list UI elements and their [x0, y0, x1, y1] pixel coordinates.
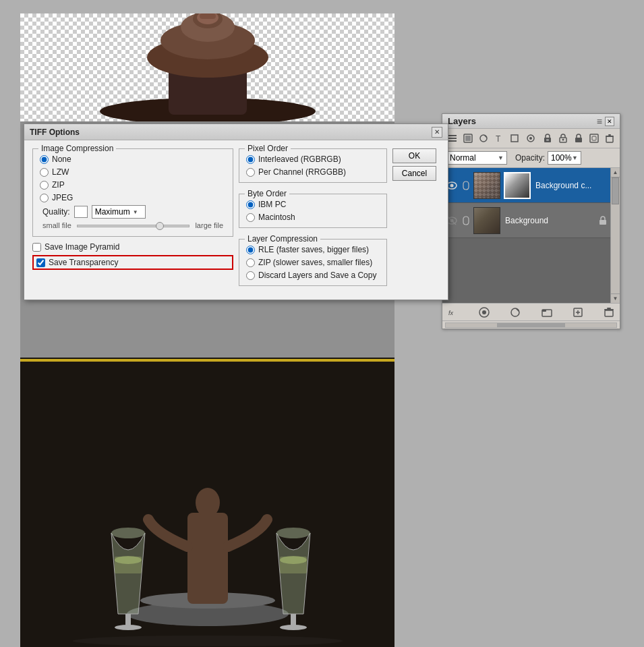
dialog-right-column: Pixel Order Interleaved (RGBRGB) Per Cha… [239, 148, 387, 291]
svg-text:T: T [496, 134, 501, 144]
dialog-title: TIFF Options [30, 128, 80, 137]
zip-compression-option[interactable]: ZIP (slower saves, smaller files) [246, 258, 380, 267]
pixel-filter-button[interactable] [461, 131, 475, 146]
blend-mode-dropdown[interactable]: Normal ▼ [446, 151, 507, 165]
layer-row-background-copy[interactable]: Background c... [442, 168, 610, 203]
save-image-pyramid-label: Save Image Pyramid [45, 242, 119, 252]
opacity-text-label: Opacity: [515, 153, 545, 163]
quality-slider[interactable] [77, 223, 190, 227]
rle-option[interactable]: RLE (faster saves, bigger files) [246, 245, 380, 254]
svg-point-53 [482, 310, 486, 314]
discard-layers-option[interactable]: Discard Layers and Save a Copy [246, 271, 380, 280]
opacity-input[interactable]: 100% ▼ [548, 151, 581, 165]
blend-opacity-row: Normal ▼ Opacity: 100% ▼ [442, 148, 620, 168]
quality-row: Quality: Maximum ▼ [40, 205, 226, 219]
interleaved-option[interactable]: Interleaved (RGBRGB) [246, 154, 380, 164]
svg-point-34 [529, 137, 532, 140]
macintosh-option[interactable]: Macintosh [246, 213, 380, 222]
svg-rect-60 [605, 310, 613, 316]
svg-point-21 [280, 625, 307, 630]
compression-lzw-option[interactable]: LZW [40, 167, 226, 177]
lock-pixel-button[interactable] [540, 131, 554, 146]
svg-rect-43 [606, 136, 614, 137]
scroll-up-arrow[interactable]: ▲ [611, 168, 620, 177]
zip-compression-radio[interactable] [246, 258, 255, 267]
compression-jpeg-label: JPEG [52, 193, 73, 202]
type-filter-button[interactable]: T [492, 131, 506, 146]
tiff-options-dialog: TIFF Options ✕ Image Compression None LZ… [24, 123, 448, 300]
layers-panel-titlebar: Layers ≡ ✕ [442, 114, 620, 129]
svg-point-14 [111, 528, 145, 538]
lock-position-button[interactable] [556, 131, 570, 146]
compression-jpeg-radio[interactable] [40, 194, 49, 202]
add-group-button[interactable] [540, 306, 554, 319]
svg-rect-39 [575, 138, 582, 142]
add-fx-button[interactable]: fx [446, 306, 460, 319]
compression-none-option[interactable]: None [40, 154, 226, 164]
panel-close-button[interactable]: ✕ [605, 117, 614, 126]
ibm-pc-radio[interactable] [246, 200, 255, 209]
save-transparency-checkbox[interactable] [36, 258, 45, 267]
compression-zip-option[interactable]: ZIP [40, 180, 226, 190]
layer-compression-group: Layer Compression RLE (faster saves, big… [239, 239, 387, 286]
layers-panel: Layers ≡ ✕ T [442, 113, 620, 329]
dialog-close-button[interactable]: ✕ [432, 127, 442, 138]
delete-layer-button[interactable] [603, 131, 617, 146]
svg-rect-12 [187, 513, 228, 604]
per-channel-option[interactable]: Per Channel (RRGGBB) [246, 167, 380, 177]
add-mask-button[interactable] [477, 306, 491, 319]
lock-all-button[interactable] [572, 131, 586, 146]
slider-thumb[interactable] [156, 222, 164, 230]
interleaved-label: Interleaved (RGBRGB) [258, 154, 341, 164]
quality-value: Maximum [95, 207, 130, 217]
rle-label: RLE (faster saves, bigger files) [258, 245, 369, 254]
pixel-order-options: Interleaved (RGBRGB) Per Channel (RRGGBB… [246, 154, 380, 177]
dialog-body: Image Compression None LZW ZIP [24, 140, 448, 300]
quality-label: Quality: [42, 207, 70, 217]
scroll-thumb[interactable] [612, 177, 619, 204]
shape-filter-button[interactable] [508, 131, 522, 146]
delete-layer-trash-button[interactable] [602, 306, 616, 319]
compression-lzw-radio[interactable] [40, 168, 49, 177]
slider-track [77, 225, 190, 227]
horizontal-scroll-thumb[interactable] [497, 323, 565, 327]
discard-layers-radio[interactable] [246, 271, 255, 280]
ibm-pc-label: IBM PC [258, 200, 286, 209]
layers-vertical-scrollbar[interactable]: ▲ ▼ [610, 168, 620, 303]
compression-zip-radio[interactable] [40, 181, 49, 190]
cancel-button[interactable]: Cancel [392, 166, 436, 181]
layer-lock-icon-1 [598, 216, 608, 225]
rle-radio[interactable] [246, 246, 255, 254]
add-adjustment-button[interactable] [508, 306, 522, 319]
dialog-titlebar: TIFF Options ✕ [24, 124, 448, 140]
layer-mask-thumbnail-0 [504, 172, 531, 199]
horizontal-scroll-track [445, 322, 617, 328]
interleaved-radio[interactable] [246, 155, 255, 164]
lock-artboard-button[interactable] [587, 131, 602, 146]
byte-order-group: Byte Order IBM PC Macintosh [239, 194, 387, 228]
svg-rect-40 [590, 134, 598, 142]
svg-point-46 [450, 184, 454, 187]
layer-row-background[interactable]: Background [442, 203, 610, 238]
svg-rect-29 [465, 136, 471, 141]
save-transparency-option[interactable]: Save Transparency [32, 255, 233, 270]
compression-jpeg-option[interactable]: JPEG [40, 193, 226, 202]
chevron-down-icon: ▼ [133, 209, 138, 215]
smart-filter-button[interactable] [523, 131, 537, 146]
compression-none-radio[interactable] [40, 155, 49, 164]
ok-button[interactable]: OK [392, 148, 436, 163]
adjustment-filter-button[interactable] [476, 131, 490, 146]
scroll-down-arrow[interactable]: ▼ [611, 293, 620, 303]
extra-options: Save Image Pyramid Save Transparency [32, 242, 233, 270]
panel-menu-icon[interactable]: ≡ [597, 116, 602, 127]
per-channel-radio[interactable] [246, 168, 255, 177]
small-file-label: small file [42, 221, 71, 229]
save-image-pyramid-option[interactable]: Save Image Pyramid [32, 242, 233, 252]
quality-dropdown[interactable]: Maximum ▼ [92, 205, 146, 219]
add-layer-button[interactable] [571, 306, 585, 319]
save-image-pyramid-checkbox[interactable] [32, 243, 41, 252]
macintosh-radio[interactable] [246, 213, 255, 222]
ibm-pc-option[interactable]: IBM PC [246, 200, 380, 209]
layers-horizontal-scrollbar[interactable] [442, 320, 620, 329]
svg-rect-42 [606, 136, 613, 142]
